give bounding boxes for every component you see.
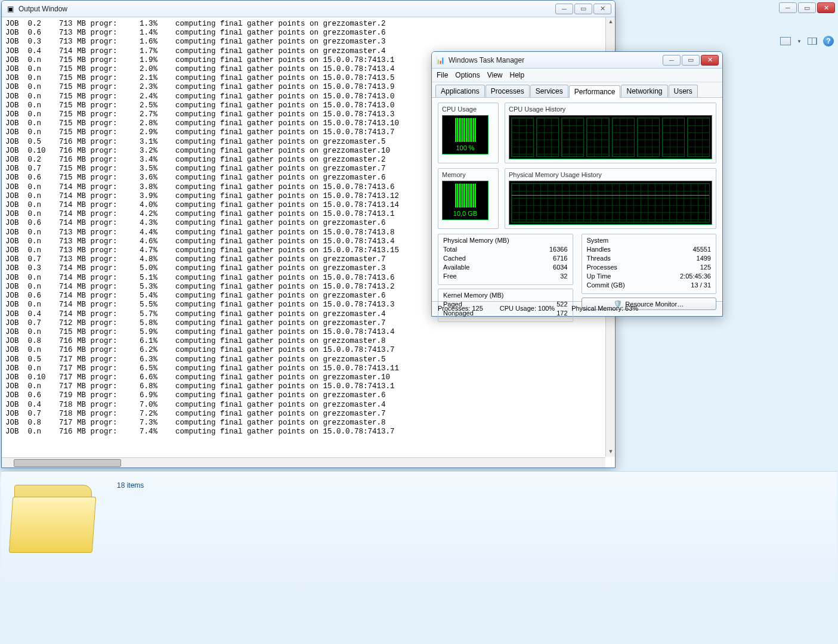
memory-history-label: Physical Memory Usage History	[509, 171, 712, 178]
stat-value: 125	[700, 263, 711, 272]
stat-row: Threads1499	[587, 254, 712, 263]
bg-toolbar: ▼ ?	[780, 36, 834, 47]
item-count-label: 18 items	[117, 481, 144, 490]
menu-help[interactable]: Help	[510, 71, 525, 79]
tab-networking[interactable]: Networking	[621, 85, 667, 97]
stat-value: 16366	[549, 245, 568, 254]
scroll-thumb[interactable]	[14, 459, 121, 467]
scroll-up-icon[interactable]: ▲	[607, 18, 614, 26]
stat-value: 1499	[697, 254, 711, 263]
stat-key: Commit (GB)	[587, 281, 625, 290]
tab-services[interactable]: Services	[530, 85, 568, 97]
tm-minimize-button[interactable]: ─	[663, 55, 681, 66]
stat-value: 2:05:45:36	[680, 272, 711, 281]
stat-row: Available6034	[443, 263, 568, 272]
tm-titlebar[interactable]: 📊 Windows Task Manager ─ ▭ ✕	[432, 52, 722, 69]
output-close-button[interactable]: ✕	[593, 4, 611, 14]
stat-row: Handles45551	[587, 245, 712, 254]
stat-row: Processes125	[587, 263, 712, 272]
tab-performance[interactable]: Performance	[569, 85, 621, 98]
tm-app-icon: 📊	[435, 55, 445, 65]
memory-history-graph	[509, 181, 712, 225]
system-title: System	[587, 237, 712, 244]
bg-close-button[interactable]: ✕	[817, 2, 835, 13]
output-app-icon: ▣	[5, 4, 15, 14]
stat-row: Up Time2:05:45:36	[587, 272, 712, 281]
cpu-usage-box: CPU Usage 100 %	[438, 103, 499, 163]
output-maximize-button[interactable]: ▭	[574, 4, 592, 14]
output-window-title: Output Window	[18, 5, 555, 13]
tab-users[interactable]: Users	[669, 85, 698, 97]
help-icon[interactable]: ?	[823, 36, 834, 47]
tm-maximize-button[interactable]: ▭	[682, 55, 700, 66]
stat-value: 522	[556, 300, 567, 309]
cpu-history-graph	[509, 115, 712, 159]
cpu-gauge: 100 %	[442, 115, 488, 154]
stat-row: Commit (GB)13 / 31	[587, 281, 712, 290]
system-box: System Handles45551Threads1499Processes1…	[582, 234, 717, 294]
menu-file[interactable]: File	[437, 71, 448, 79]
stat-key: Total	[443, 245, 457, 254]
memory-history-box: Physical Memory Usage History	[505, 168, 716, 229]
memory-box: Memory 10,0 GB	[438, 168, 499, 229]
tm-window-title: Windows Task Manager	[449, 56, 663, 64]
stat-key: Processes	[587, 263, 617, 272]
status-cpu: CPU Usage: 100%	[500, 305, 555, 312]
stat-key: Free	[443, 272, 457, 281]
view-dropdown-icon[interactable]: ▼	[797, 39, 802, 44]
stat-key: Available	[443, 263, 469, 272]
background-window: ─ ▭ ✕ ch prefs 🔍 ▼ ?	[618, 0, 838, 55]
folder-icon[interactable]	[10, 476, 99, 560]
bg-minimize-button[interactable]: ─	[779, 2, 797, 13]
memory-label: Memory	[442, 171, 494, 178]
stat-key: Handles	[587, 245, 611, 254]
bg-maximize-button[interactable]: ▭	[798, 2, 816, 13]
output-minimize-button[interactable]: ─	[555, 4, 573, 14]
physical-memory-box: Physical Memory (MB) Total16366Cached671…	[438, 234, 573, 285]
menu-view[interactable]: View	[487, 71, 503, 79]
stat-value: 45551	[692, 245, 711, 254]
output-horizontal-scrollbar[interactable]	[2, 457, 605, 467]
stat-row: Cached6716	[443, 254, 568, 263]
status-memory: Physical Memory: 63%	[571, 305, 638, 312]
tm-close-button[interactable]: ✕	[701, 55, 719, 66]
scroll-down-icon[interactable]: ▼	[607, 448, 614, 456]
stat-value: 6034	[553, 263, 567, 272]
tm-performance-panel: CPU Usage 100 % CPU Usage History Memory…	[432, 98, 722, 301]
cpu-history-box: CPU Usage History	[505, 103, 716, 163]
menu-options[interactable]: Options	[455, 71, 480, 79]
kernel-memory-title: Kernel Memory (MB)	[443, 292, 568, 299]
stat-key: Up Time	[587, 272, 611, 281]
cpu-history-label: CPU Usage History	[509, 106, 712, 113]
physical-memory-title: Physical Memory (MB)	[443, 237, 568, 244]
tab-applications[interactable]: Applications	[435, 85, 485, 97]
cpu-usage-value: 100 %	[456, 144, 474, 151]
preview-pane-icon[interactable]	[808, 38, 817, 45]
tm-tabs: ApplicationsProcessesServicesPerformance…	[432, 82, 722, 98]
stat-row: Total16366	[443, 245, 568, 254]
stat-value: 32	[560, 272, 567, 281]
memory-value: 10,0 GB	[453, 210, 477, 217]
stat-value: 6716	[553, 254, 567, 263]
stat-key: Cached	[443, 254, 466, 263]
status-processes: Processes: 125	[438, 305, 483, 312]
stat-row: Free32	[443, 272, 568, 281]
stat-key: Threads	[587, 254, 611, 263]
tm-menubar: FileOptionsViewHelp	[432, 69, 722, 82]
stat-value: 172	[556, 309, 567, 318]
cpu-usage-label: CPU Usage	[442, 106, 494, 113]
task-manager-window: 📊 Windows Task Manager ─ ▭ ✕ FileOptions…	[431, 51, 723, 317]
tab-processes[interactable]: Processes	[486, 85, 530, 97]
explorer-details-pane: 18 items	[1, 471, 837, 596]
stat-value: 13 / 31	[691, 281, 711, 290]
view-list-icon[interactable]	[780, 37, 791, 45]
output-titlebar[interactable]: ▣ Output Window ─ ▭ ✕	[2, 1, 615, 17]
memory-gauge: 10,0 GB	[442, 181, 488, 220]
